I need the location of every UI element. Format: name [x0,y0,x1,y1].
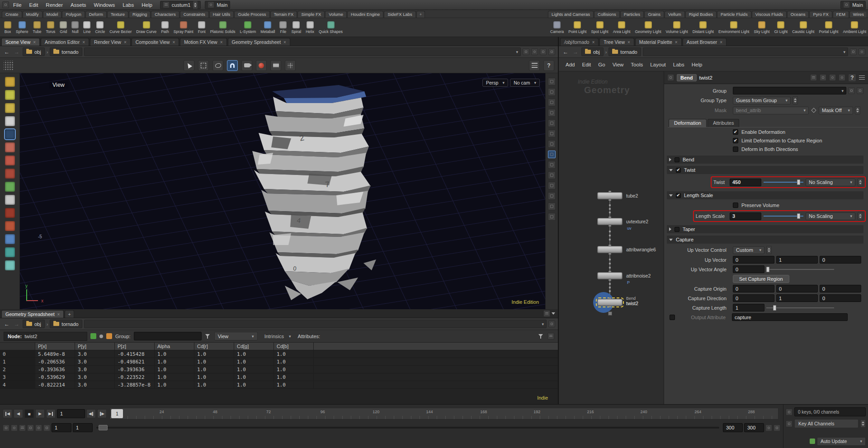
key-options-icon[interactable] [786,420,793,427]
next-keyframe-button[interactable] [97,409,107,418]
layout-selector-right[interactable]: Main [840,1,866,9]
column-header[interactable]: Cd[r] [194,343,234,350]
pane-tab[interactable]: Tree View [599,38,634,46]
shelf-tab[interactable]: Constraints [180,11,209,18]
path-crumb-obj[interactable]: obj [23,47,45,56]
back-icon[interactable]: ← [3,48,11,56]
enable-deformation-checkbox[interactable] [733,129,738,135]
stop-button[interactable] [24,409,34,418]
shelf-tool[interactable]: Caustic Light [790,20,816,35]
group-filter-icon[interactable] [205,333,211,340]
expanded-arrow-icon[interactable] [669,239,673,241]
twist-scaling-dropdown[interactable]: No Scaling [806,179,855,186]
network-menu-item[interactable]: Go [595,61,608,68]
shelf-tool[interactable]: Circle [93,20,107,35]
prev-keyframe-button[interactable] [86,409,96,418]
shelf-tool[interactable]: Environment Light [716,20,752,35]
deform-both-directions-checkbox[interactable] [733,146,738,152]
path-crumb-tornado[interactable]: tornado [50,320,82,328]
viewport-layout-icon[interactable] [285,60,296,71]
shelf-tab[interactable]: Guide Process [234,11,269,18]
menu-labs[interactable]: Labs [119,1,137,9]
flipbook-icon[interactable] [270,60,281,71]
table-row[interactable]: 1-0.2065363.0-0.4986211.01.01.01.0 [0,358,558,366]
shelf-tool[interactable]: Box [2,20,14,35]
display-wire-icon[interactable] [548,130,556,137]
display-options-icon[interactable] [529,60,540,71]
world-icon[interactable] [859,48,865,55]
shelf-tab[interactable]: Deform [85,11,107,18]
network-menu-item[interactable]: Add [562,61,578,68]
menu-render[interactable]: Render [42,1,66,9]
up-vector-angle-slider[interactable] [766,266,834,273]
network-menu-item[interactable]: Labs [670,61,688,68]
jump-path-icon[interactable] [850,48,857,55]
shelf-tool[interactable]: Path [159,20,171,35]
column-header[interactable]: P[x] [35,343,75,350]
lasso-select-icon[interactable] [212,60,223,71]
shelf-tab[interactable]: Simple FX [297,11,325,18]
twist-enable-checkbox[interactable] [676,168,681,173]
playhead[interactable]: 1 [111,409,123,418]
section-bend[interactable]: Bend [667,156,863,164]
param-menu-icon[interactable] [859,75,865,80]
up-vector-z-input[interactable]: 0 [820,256,861,264]
taper-enable-checkbox[interactable] [675,227,679,232]
param-sliders-icon[interactable] [810,74,817,81]
collapsed-arrow-icon[interactable] [669,158,671,161]
shelf-tool[interactable]: Tube [30,20,43,35]
close-tab-icon[interactable] [720,39,722,45]
close-tab-icon[interactable] [627,39,630,45]
ruler-icon[interactable] [548,192,556,200]
timeline-grid-icon[interactable] [774,424,780,431]
shelf-tool[interactable]: Null [69,20,81,35]
shelf-tool[interactable]: Curve Bezier [107,20,134,35]
twist-value-input[interactable]: 450 [730,179,761,186]
up-vector-x-input[interactable]: 0 [733,256,774,264]
table-row[interactable]: 05.6489e-83.0-0.4154281.01.01.01.0 [0,350,558,358]
range-limit-icon[interactable] [43,424,50,431]
pane-tab[interactable]: Render View [90,38,131,46]
go-to-end-button[interactable] [46,409,56,418]
menu-assets[interactable]: Assets [67,1,90,9]
pane-tab[interactable]: Material Palette [635,38,682,46]
shelf-tab[interactable]: Houdini Engine [347,11,383,18]
scale-tool-icon[interactable] [5,156,15,165]
key-all-channels-button[interactable]: Key All Channels [794,419,859,428]
shelf-tool[interactable]: Font [196,20,208,35]
timeline-ruler[interactable]: 1 24487296120144168192216240264288 [110,408,778,420]
shelf-tab[interactable]: Wires [849,11,866,18]
column-header[interactable]: P[y] [75,343,115,350]
shelf-tool[interactable]: L-System [237,20,258,35]
shelf-tool[interactable]: Spray Paint [171,20,196,35]
forward-icon[interactable]: → [13,48,21,56]
menu-help[interactable]: Help [138,1,156,9]
shelf-tab[interactable]: Characters [151,11,179,18]
handles-icon[interactable] [548,203,556,210]
shelf-tab[interactable]: Rigid Bodies [685,11,717,18]
network-menu-item[interactable]: View [609,61,627,68]
mask-dropdown[interactable]: bend_attrib [733,107,809,114]
node-attribnoise2[interactable]: attribnoise2 P [597,272,623,279]
box-select-icon[interactable] [198,60,209,71]
timeline-zoom-icon[interactable] [765,424,772,431]
pane-tab[interactable]: Geometry Spreadsheet [228,38,290,46]
close-tab-icon[interactable] [220,39,223,45]
shadows-icon[interactable] [548,151,556,158]
auto-update-dropdown[interactable]: Auto Update [817,437,866,446]
close-tab-icon[interactable] [172,39,175,45]
desktop-spinner[interactable] [193,1,198,9]
attribute-filter-icon[interactable] [538,333,544,340]
path-crumb-obj[interactable]: obj [581,47,604,56]
table-row[interactable]: 4-0.8222143.0-3.28857e-81.01.01.01.0 [0,381,558,389]
snapshot-icon[interactable] [540,48,547,55]
shelf-tool[interactable]: Platonic Solids [208,20,238,35]
node-tube2[interactable]: tube2 [597,192,623,199]
home-view-icon[interactable] [548,78,556,85]
preserve-volume-checkbox[interactable] [733,203,738,208]
forward-icon[interactable]: → [571,48,580,56]
length-scale-spinner[interactable] [858,212,863,220]
table-row[interactable]: 2-0.3936363.0-0.3936361.01.01.01.0 [0,366,558,373]
view-dropdown[interactable]: View [214,332,258,340]
shelf-tool[interactable]: Torus [43,20,57,35]
